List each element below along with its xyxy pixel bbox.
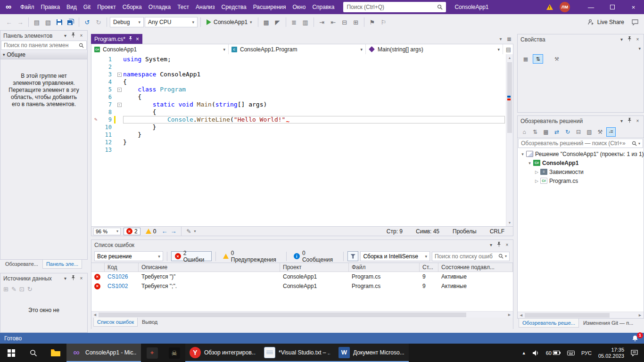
error-row[interactable]: ×CS1002Требуется ";".ConsoleApp1Program.… <box>91 281 513 291</box>
close-icon[interactable]: × <box>136 36 139 42</box>
chevron-expanded-icon[interactable]: ▾ <box>527 161 533 165</box>
tree-item[interactable]: ▷≡Зависимости <box>518 167 644 176</box>
close-icon[interactable]: × <box>634 118 642 123</box>
scroll-left-icon[interactable]: ◀ <box>91 313 99 317</box>
close-icon[interactable]: × <box>503 242 511 247</box>
collapse-all-icon[interactable]: ⊟ <box>574 127 583 137</box>
object-dropdown[interactable]: ▾ <box>518 44 644 53</box>
error-row[interactable]: ×CS1026Требуется ")"ConsoleApp1Program.c… <box>91 272 513 281</box>
refresh-icon[interactable]: ↻ <box>27 286 33 293</box>
scroll-right-icon[interactable]: ▶ <box>636 313 644 317</box>
taskbar-game-1-button[interactable]: ✦ <box>141 344 163 362</box>
project-dropdown[interactable]: C# ConsoleApp1 ▾ <box>91 44 229 54</box>
collapse-icon[interactable]: - <box>117 73 122 77</box>
keyboard-icon[interactable] <box>564 351 578 355</box>
split-window-icon[interactable]: ▤ <box>503 44 513 54</box>
alphabetical-sort-icon[interactable]: ⇅ <box>533 54 543 64</box>
status-eol[interactable]: CRLF <box>490 228 504 235</box>
menu-item[interactable]: Расширения <box>250 0 289 14</box>
pin-icon[interactable] <box>495 242 503 248</box>
live-share-button[interactable]: Live Share <box>588 19 624 25</box>
code-line[interactable]: 10 } <box>91 123 513 131</box>
find-in-files-icon[interactable]: ≣ <box>289 17 299 27</box>
minimize-button[interactable]: — <box>580 0 602 14</box>
error-list-horizontal-scrollbar[interactable]: ◀ ▶ <box>91 311 513 318</box>
column-header[interactable]: Ст... <box>420 263 438 272</box>
menu-item[interactable]: Файл <box>17 0 38 14</box>
scroll-down-icon[interactable]: ▼ <box>506 219 513 226</box>
type-dropdown[interactable]: C ConsoleApp1.Program ▾ <box>229 44 366 54</box>
scope-dropdown[interactable]: Все решение ▾ <box>94 251 163 261</box>
menu-item[interactable]: Вид <box>63 0 80 14</box>
menu-item[interactable]: Анализ <box>192 0 218 14</box>
error-file-cell[interactable]: Program.cs <box>349 281 420 291</box>
error-list-search-box[interactable]: Поиск по списку ошиб ▾ <box>432 252 510 261</box>
toolbox-header[interactable]: Панель элементов ▾ × <box>0 31 87 41</box>
close-button[interactable]: × <box>623 0 644 14</box>
error-state-cell[interactable]: Активные <box>438 281 513 291</box>
file-explorer-button[interactable] <box>44 344 66 362</box>
bookmark-icon[interactable]: ⚑ <box>367 17 378 27</box>
maximize-button[interactable] <box>602 0 623 14</box>
pin-icon[interactable] <box>69 275 77 281</box>
menu-item[interactable]: Правка <box>38 0 64 14</box>
scroll-left-icon[interactable]: ◀ <box>518 313 525 317</box>
menu-item[interactable]: Средства <box>218 0 250 14</box>
error-line-cell[interactable]: 9 <box>420 281 438 291</box>
collapse-icon[interactable]: - <box>117 88 122 92</box>
code-line[interactable]: 8 { <box>91 108 513 116</box>
tree-item[interactable]: ▷C#Program.cs <box>518 176 644 185</box>
scroll-right-icon[interactable]: ▶ <box>506 313 513 317</box>
filter-button[interactable] <box>347 251 358 261</box>
save-all-icon[interactable] <box>66 17 76 27</box>
save-icon[interactable] <box>54 17 65 27</box>
close-icon[interactable]: × <box>77 33 85 38</box>
tab-program-cs[interactable]: Program.cs* × <box>91 34 142 44</box>
taskbar-app-visual-studio[interactable]: ∞ ConsoleApp1 - Mic... <box>66 344 141 362</box>
redo-icon[interactable]: ↻ <box>93 17 104 27</box>
member-dropdown[interactable]: Main(string[] args) ▾ <box>366 44 503 54</box>
battery-indicator[interactable]: 60 <box>543 350 564 356</box>
error-code-cell[interactable]: CS1002 <box>105 281 139 291</box>
error-project-cell[interactable]: ConsoleApp1 <box>280 272 349 281</box>
user-avatar[interactable]: ЛМ <box>560 2 570 12</box>
error-code-cell[interactable]: CS1026 <box>105 272 139 281</box>
code-line[interactable]: ✎9 Console.WriteLine("Hello World!"~ <box>91 116 513 123</box>
edit-data-source-icon[interactable]: ✎ <box>11 286 17 293</box>
pin-icon[interactable] <box>69 33 77 39</box>
status-notifications[interactable]: 1 <box>632 335 644 342</box>
code-line[interactable]: 2 <box>91 63 513 71</box>
taskbar-app-word[interactable]: W Документ Microso... <box>334 344 409 362</box>
fold-marker[interactable]: - <box>116 86 123 93</box>
pin-icon[interactable] <box>626 118 634 124</box>
code-line[interactable]: 12} <box>91 139 513 146</box>
quick-search-box[interactable]: Поиск (Ctrl+Q) <box>343 2 446 12</box>
error-project-cell[interactable]: ConsoleApp1 <box>280 281 349 291</box>
code-line[interactable]: 3-namespace ConsoleApp1 <box>91 71 513 78</box>
unindent-icon[interactable]: ⇤ <box>328 17 339 27</box>
tab-server-explorer[interactable]: Обозревате... <box>2 260 41 268</box>
categorized-icon[interactable]: ▦ <box>520 54 531 64</box>
errors-filter-button[interactable]: × 2 Ошибки <box>171 251 212 261</box>
error-line-cell[interactable]: 9 <box>420 272 438 281</box>
error-state-cell[interactable]: Активные <box>438 272 513 281</box>
add-data-source-icon[interactable]: ⊞ <box>3 286 8 293</box>
warnings-filter-button[interactable]: 0 Предупреждения <box>220 251 282 261</box>
code-line[interactable]: 7- static void Main(string[] args) <box>91 101 513 108</box>
source-dropdown[interactable]: Сборка и IntelliSense ▾ <box>360 251 430 261</box>
navigate-forward-icon[interactable]: → <box>15 17 25 27</box>
scrollbar-thumb[interactable] <box>525 313 610 318</box>
chevron-down-icon[interactable]: ▾ <box>61 33 69 38</box>
column-header[interactable]: Проект <box>280 263 349 272</box>
column-header[interactable]: Файл <box>349 263 420 272</box>
open-file-icon[interactable]: ▧ <box>43 17 53 27</box>
close-icon[interactable]: × <box>77 276 85 281</box>
code-editor[interactable]: 1using System;23-namespace ConsoleApp14{… <box>91 54 513 227</box>
property-pages-icon[interactable]: ⚒ <box>552 54 562 64</box>
fold-marker[interactable]: - <box>116 101 123 108</box>
chevron-collapsed-icon[interactable]: ▷ <box>534 179 540 183</box>
code-line[interactable]: 4{ <box>91 78 513 86</box>
solution-configuration-dropdown[interactable]: Debug▾ <box>110 17 144 27</box>
collapse-icon[interactable]: - <box>117 103 122 107</box>
messages-filter-button[interactable]: i 0 Сообщения <box>290 251 339 261</box>
